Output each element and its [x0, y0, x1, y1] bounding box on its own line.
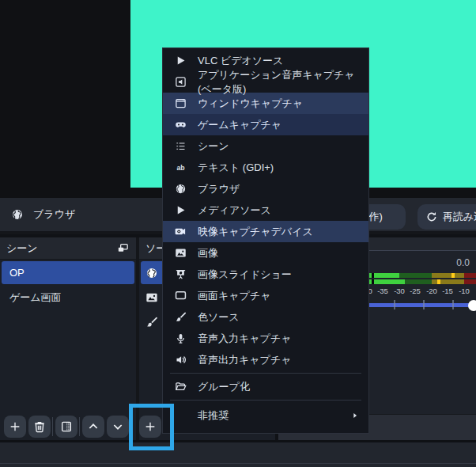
scene-item-game[interactable]: ゲーム画面	[2, 286, 134, 309]
display-icon	[174, 290, 187, 302]
volume-slider-knob[interactable]	[468, 300, 476, 311]
camera-icon	[174, 226, 187, 238]
move-scene-up-button[interactable]	[82, 416, 104, 438]
window-icon	[174, 97, 187, 110]
chevron-down-icon	[111, 420, 124, 433]
image-icon	[145, 291, 158, 304]
globe-icon	[145, 267, 158, 279]
menu-item-audio-output-capture[interactable]: 音声出力キャプチャ	[163, 349, 368, 370]
scenes-dock: シーン OP ゲーム画面	[0, 237, 136, 440]
move-scene-down-button[interactable]	[107, 416, 129, 438]
menu-item-scene[interactable]: シーン	[163, 135, 368, 157]
meter-tick-label: -20	[426, 287, 437, 295]
refresh-button[interactable]: 再読み込み	[417, 204, 476, 230]
speaker-icon	[174, 354, 187, 366]
remove-scene-button[interactable]	[28, 416, 51, 438]
menu-item-screen-capture[interactable]: 画面キャプチャ	[163, 285, 368, 306]
menu-separator	[170, 373, 361, 374]
media-play-icon	[174, 204, 187, 217]
menu-item-deprecated[interactable]: 非推奨	[163, 403, 368, 428]
status-bar	[0, 440, 476, 467]
scene-filters-button[interactable]	[55, 416, 77, 438]
refresh-icon	[425, 211, 438, 223]
meter-tick-label: -10	[459, 287, 470, 295]
menu-item-text-gdi[interactable]: テキスト (GDI+)	[163, 157, 368, 178]
refresh-button-label: 再読み込み	[443, 210, 476, 224]
mixer-db-value: 0.0	[456, 257, 470, 268]
menu-item-browser[interactable]: ブラウザ	[163, 178, 368, 199]
meter-tick-label: -15	[442, 287, 453, 295]
scenes-dock-header: シーン	[0, 237, 136, 260]
slider-tick	[423, 300, 425, 309]
toolbar-divider	[52, 417, 53, 436]
brush-icon	[174, 311, 187, 324]
menu-item-image-slideshow[interactable]: 画像スライドショー	[163, 264, 368, 285]
trash-icon	[33, 420, 46, 433]
add-source-menu: VLC ビデオソース アプリケーション音声キャプチャ (ベータ版) ウィンドウキ…	[162, 47, 369, 434]
slideshow-icon	[174, 268, 187, 281]
meter-tick-label: -30	[394, 287, 405, 295]
menu-item-game-capture[interactable]: ゲームキャプチャ	[163, 114, 368, 135]
globe-icon	[11, 208, 24, 221]
meter-tick-label: -35	[377, 287, 388, 295]
menu-item-media-source[interactable]: メディアソース	[163, 199, 368, 221]
gamepad-icon	[174, 119, 187, 131]
plus-icon	[9, 420, 21, 433]
mic-icon	[174, 332, 187, 345]
toolbar-divider	[79, 417, 80, 436]
menu-item-audio-input-capture[interactable]: 音声入力キャプチャ	[163, 328, 368, 349]
obs-window: ブラウザ (操作) 再読み込み シーン OP ゲーム画面 ソース 0.	[0, 0, 476, 467]
play-icon	[174, 55, 187, 67]
scene-item-op[interactable]: OP	[2, 261, 134, 284]
filter-icon	[60, 420, 73, 433]
app-audio-icon	[174, 76, 187, 89]
overlapping-windows-icon[interactable]	[116, 241, 130, 255]
slider-tick	[394, 300, 395, 309]
plus-icon	[144, 420, 157, 433]
selected-source-label: ブラウザ	[33, 207, 75, 222]
menu-item-video-capture-device[interactable]: 映像キャプチャデバイス	[163, 221, 368, 242]
add-scene-button[interactable]	[4, 416, 26, 438]
brush-icon	[145, 316, 158, 328]
slider-tick	[452, 300, 454, 309]
meter-tick-label: -25	[410, 287, 421, 295]
text-icon	[174, 161, 187, 174]
add-source-button[interactable]	[139, 416, 161, 438]
scene-list-icon	[174, 140, 187, 153]
globe-icon	[174, 183, 187, 196]
scenes-dock-title: シーン	[6, 241, 38, 256]
menu-item-application-audio-capture[interactable]: アプリケーション音声キャプチャ (ベータ版)	[163, 71, 368, 93]
image-icon	[174, 247, 187, 260]
menu-item-group[interactable]: グループ化	[163, 376, 368, 397]
menu-item-image[interactable]: 画像	[163, 242, 368, 264]
folder-open-icon	[174, 381, 187, 393]
chevron-up-icon	[87, 420, 100, 433]
menu-item-color-source[interactable]: 色ソース	[163, 306, 368, 328]
submenu-arrow-icon	[351, 412, 359, 420]
menu-separator	[170, 400, 361, 401]
